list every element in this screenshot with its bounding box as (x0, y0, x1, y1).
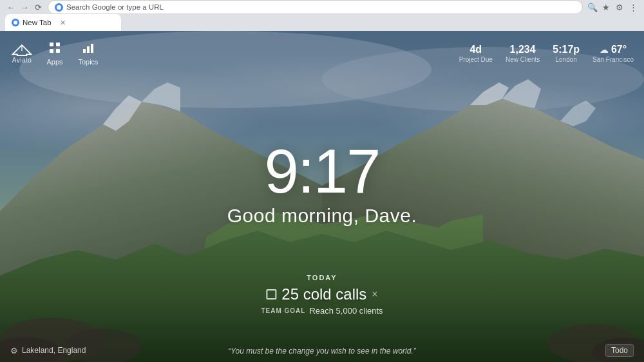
stat-label-2: London (555, 56, 576, 63)
tab-bar: New Tab ✕ (0, 14, 644, 31)
team-goal-row: TEAM GOAL Reach 5,000 clients (261, 306, 383, 316)
location-text: Lakeland, England (22, 346, 86, 355)
tab-favicon (12, 19, 19, 26)
topics-icon (82, 41, 95, 57)
location-area[interactable]: ⚙ Lakeland, England (10, 346, 86, 356)
task-row: 25 cold calls × (261, 285, 383, 303)
back-button[interactable]: ← (5, 1, 17, 13)
quote-area: “You must be the change you wish to see … (228, 345, 416, 356)
task-checkbox[interactable] (266, 289, 276, 300)
task-close-button[interactable]: × (372, 289, 377, 300)
aviato-logo-icon (10, 44, 33, 57)
tab-close-button[interactable]: ✕ (59, 18, 68, 27)
stat-london-time[interactable]: 5:17p London (553, 44, 580, 63)
active-tab[interactable]: New Tab ✕ (5, 14, 121, 31)
stat-value-2: 5:17p (553, 44, 580, 55)
toolbar: ← → ⟳ Search Google or type a URL 🔍 ★ ⚙ … (0, 0, 644, 14)
stat-value-1: 1,234 (510, 44, 536, 55)
tab-title: New Tab (23, 19, 52, 26)
bottom-right: Todo (605, 344, 634, 357)
url-text: Search Google or type a URL (66, 3, 164, 11)
stat-value-0: 4d (469, 44, 482, 55)
bottom-bar: ⚙ Lakeland, England “You must be the cha… (0, 339, 644, 362)
weather-location: San Francisco (592, 56, 634, 63)
svg-rect-29 (91, 44, 93, 53)
team-goal-text: Reach 5,000 clients (309, 306, 383, 316)
today-section: TODAY 25 cold calls × TEAM GOAL Reach 5,… (261, 274, 383, 316)
center-content: 9:17 Good morning, Dave. (227, 140, 417, 227)
bookmark-icon[interactable]: ★ (600, 1, 612, 13)
stat-label-1: New Clients (506, 56, 540, 63)
clock: 9:17 (227, 140, 417, 202)
chrome-menu-icon[interactable]: ⋮ (627, 1, 639, 13)
stat-new-clients[interactable]: 1,234 New Clients (506, 44, 540, 63)
stats-area: 4d Project Due 1,234 New Clients 5:17p L… (459, 44, 634, 63)
topics-label: Topics (78, 58, 98, 66)
svg-rect-28 (87, 46, 90, 53)
location-icon: ⚙ (10, 346, 18, 356)
stat-label-0: Project Due (459, 56, 493, 63)
topics-nav-item[interactable]: Topics (72, 39, 104, 68)
svg-rect-26 (56, 49, 60, 53)
apps-nav-item[interactable]: Apps (39, 39, 71, 68)
reload-button[interactable]: ⟳ (32, 1, 44, 13)
site-favicon (55, 3, 63, 12)
logo[interactable]: Aviato (10, 44, 33, 64)
toolbar-actions: 🔍 ★ ⚙ ⋮ (587, 1, 639, 13)
forward-button[interactable]: → (19, 1, 30, 13)
apps-label: Apps (46, 58, 62, 66)
nav-buttons: ← → ⟳ (5, 1, 44, 13)
browser-chrome: ← → ⟳ Search Google or type a URL 🔍 ★ ⚙ … (0, 0, 644, 31)
logo-label: Aviato (12, 57, 32, 64)
weather-icon: ☁ (600, 44, 609, 55)
today-label: TODAY (261, 274, 383, 281)
stat-project-due[interactable]: 4d Project Due (459, 44, 493, 63)
address-bar[interactable]: Search Google or type a URL (48, 0, 583, 14)
svg-rect-27 (83, 49, 86, 53)
apps-icon (48, 41, 61, 57)
extensions-icon[interactable]: ⚙ (614, 1, 625, 13)
quote-text: “You must be the change you wish to see … (228, 347, 416, 356)
svg-rect-24 (56, 43, 60, 46)
new-tab-page: Aviato Apps (0, 31, 644, 362)
team-goal-badge: TEAM GOAL (261, 307, 305, 314)
svg-rect-25 (50, 49, 53, 53)
task-text: 25 cold calls (281, 285, 366, 303)
weather-temp: 67° (611, 44, 627, 55)
greeting: Good morning, Dave. (227, 205, 417, 227)
weather-widget[interactable]: ☁ 67° San Francisco (592, 44, 634, 63)
nav-items: Apps Topics (39, 39, 104, 68)
newtab-topbar: Aviato Apps (0, 31, 644, 76)
svg-rect-23 (50, 43, 53, 46)
todo-button[interactable]: Todo (605, 344, 634, 357)
search-icon[interactable]: 🔍 (587, 1, 598, 13)
